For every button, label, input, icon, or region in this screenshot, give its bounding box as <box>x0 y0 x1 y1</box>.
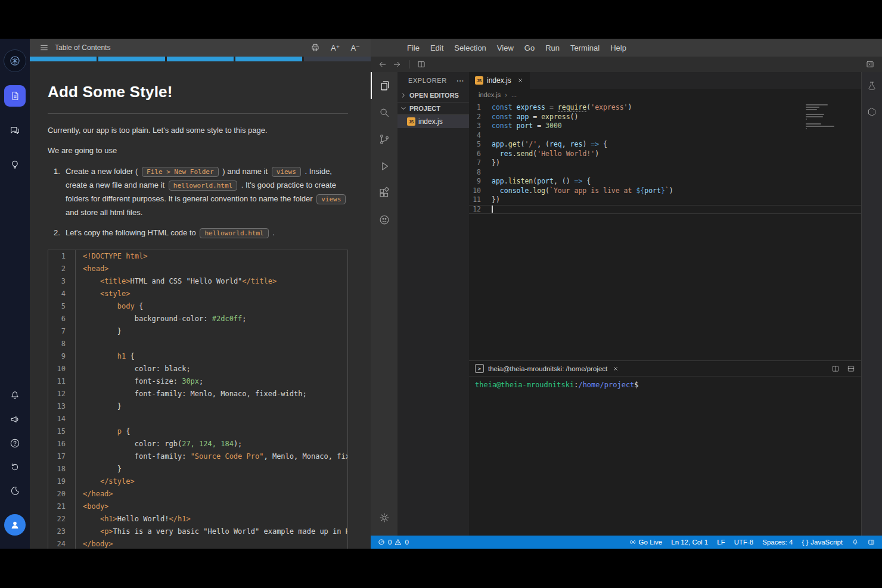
toc-menu-icon[interactable] <box>39 43 49 52</box>
lightbulb-icon <box>9 159 21 171</box>
cursor-position-indicator[interactable]: Ln 12, Col 1 <box>671 539 708 546</box>
menu-selection[interactable]: Selection <box>449 43 491 52</box>
explorer-sidebar: EXPLORER ⋯ OPEN EDITORS PROJECT JS index… <box>397 72 469 536</box>
code-line[interactable]: 3const port = 3000 <box>469 122 861 131</box>
intro-paragraph: Currently, our app is too plain. Let's a… <box>48 125 348 136</box>
ide-panel: FileEditSelectionViewGoRunTerminalHelp <box>371 39 882 549</box>
explorer-more-actions-icon[interactable]: ⋯ <box>456 76 464 85</box>
refresh-button[interactable] <box>5 457 25 477</box>
code-line[interactable]: 4 <box>469 131 861 141</box>
search-icon[interactable] <box>371 99 397 126</box>
progress-bar <box>30 57 371 61</box>
code-line: 7 } <box>48 325 347 338</box>
code-line: 22 <h1>Hello World!</h1> <box>48 513 347 525</box>
language-indicator[interactable]: { } JavaScript <box>802 539 843 546</box>
go-live-button[interactable]: Go Live <box>629 539 663 546</box>
breadcrumb[interactable]: index.js › ... <box>469 89 861 101</box>
settings-gear-icon[interactable] <box>371 504 397 531</box>
right-sidebar <box>861 72 882 536</box>
close-tab-icon[interactable] <box>517 77 524 84</box>
notifications-button[interactable] <box>5 385 25 406</box>
terminal-output[interactable]: theia@theia-mroudnitski:/home/project$ <box>469 377 861 393</box>
nav-back-icon[interactable] <box>378 60 387 69</box>
encoding-indicator[interactable]: UTF-8 <box>734 539 754 546</box>
project-section[interactable]: PROJECT <box>397 102 469 115</box>
split-terminal-icon[interactable] <box>831 365 840 373</box>
eol-indicator[interactable]: LF <box>717 539 725 546</box>
status-bar: 0 0 Go Live Ln 12, Col 1 LF UTF-8 Spaces… <box>371 536 882 549</box>
code-editor[interactable]: 1const express = require('express')2cons… <box>469 101 861 360</box>
maximize-panel-icon[interactable] <box>847 365 855 373</box>
split-editor-icon[interactable] <box>417 60 426 69</box>
close-terminal-icon[interactable] <box>612 365 619 372</box>
notifications-bell-icon[interactable] <box>852 539 859 546</box>
code-line[interactable]: 2const app = express() <box>469 113 861 122</box>
announcements-button[interactable] <box>5 409 25 430</box>
code-line[interactable]: 6 res.send('Hello World!') <box>469 150 861 159</box>
indentation-indicator[interactable]: Spaces: 4 <box>762 539 793 546</box>
line-number: 13 <box>48 400 76 413</box>
run-debug-icon[interactable] <box>371 153 397 179</box>
toc-title: Table of Contents <box>55 43 110 52</box>
code-line: 20</head> <box>48 488 347 500</box>
code-line[interactable]: 7}) <box>469 158 861 168</box>
bell-icon <box>9 390 21 402</box>
print-icon[interactable] <box>310 43 320 52</box>
line-number: 4 <box>48 288 76 300</box>
hexagon-icon[interactable] <box>867 107 877 117</box>
file-item-indexjs[interactable]: JS index.js <box>397 115 469 128</box>
menu-run[interactable]: Run <box>540 43 565 52</box>
panel-layout-icon[interactable] <box>868 539 875 546</box>
source-control-icon[interactable] <box>371 126 397 153</box>
code-line: 13 } <box>48 400 347 413</box>
line-number: 2 <box>48 263 76 275</box>
toggle-panel-icon[interactable] <box>865 60 875 69</box>
flask-icon[interactable] <box>867 80 877 91</box>
code-line[interactable]: 11}) <box>469 195 861 205</box>
menu-help[interactable]: Help <box>605 43 632 52</box>
code-line: 15 p { <box>48 425 347 438</box>
megaphone-icon <box>9 413 21 425</box>
problems-indicator[interactable]: 0 0 <box>378 539 409 546</box>
font-increase-button[interactable]: A⁺ <box>331 43 340 52</box>
hints-tool-button[interactable] <box>4 154 26 176</box>
menu-edit[interactable]: Edit <box>425 43 449 52</box>
theme-toggle-button[interactable] <box>5 481 25 501</box>
code-line[interactable]: 8 <box>469 168 861 178</box>
menu-go[interactable]: Go <box>519 43 540 52</box>
code-line: 24</body> <box>48 538 347 549</box>
chat-tool-button[interactable] <box>4 120 26 141</box>
minimap-line <box>806 126 834 127</box>
explorer-title: EXPLORER <box>408 77 447 84</box>
code-line[interactable]: 12 <box>469 205 861 214</box>
platform-logo-icon[interactable] <box>4 49 26 72</box>
inline-code-chip: helloworld.html <box>200 228 268 238</box>
user-avatar[interactable] <box>4 514 26 536</box>
line-number: 14 <box>48 413 76 425</box>
text-cursor <box>492 206 493 213</box>
code-line[interactable]: 5app.get('/', (req, res) => { <box>469 140 861 150</box>
activity-bar <box>371 72 397 536</box>
code-line[interactable]: 1const express = require('express') <box>469 103 861 113</box>
code-line: 2<head> <box>48 263 347 275</box>
extensions-icon[interactable] <box>371 179 397 206</box>
menu-view[interactable]: View <box>492 43 519 52</box>
explorer-files-icon[interactable] <box>371 72 397 99</box>
intro-paragraph-2: We are going to use <box>48 145 348 157</box>
open-editors-section[interactable]: OPEN EDITORS <box>397 89 469 102</box>
line-number: 19 <box>48 475 76 488</box>
code-line[interactable]: 10 console.log(`Your app is live at ${po… <box>469 186 861 196</box>
menu-terminal[interactable]: Terminal <box>565 43 605 52</box>
chevron-down-icon <box>400 105 407 112</box>
lab-plugin-icon[interactable] <box>371 206 397 233</box>
minimap[interactable] <box>806 104 851 132</box>
code-line[interactable]: 9app.listen(port, () => { <box>469 177 861 186</box>
instructions-tool-button[interactable] <box>4 85 26 107</box>
nav-forward-icon[interactable] <box>392 60 402 69</box>
tab-indexjs[interactable]: JS index.js <box>469 72 530 89</box>
font-decrease-button[interactable]: A⁻ <box>350 43 360 52</box>
help-button[interactable] <box>5 433 25 453</box>
menu-file[interactable]: File <box>402 43 425 52</box>
terminal-tab-title[interactable]: theia@theia-mroudnitski: /home/project <box>488 365 607 372</box>
code-line: 23 <p>This is a very basic "Hello World"… <box>48 525 347 538</box>
